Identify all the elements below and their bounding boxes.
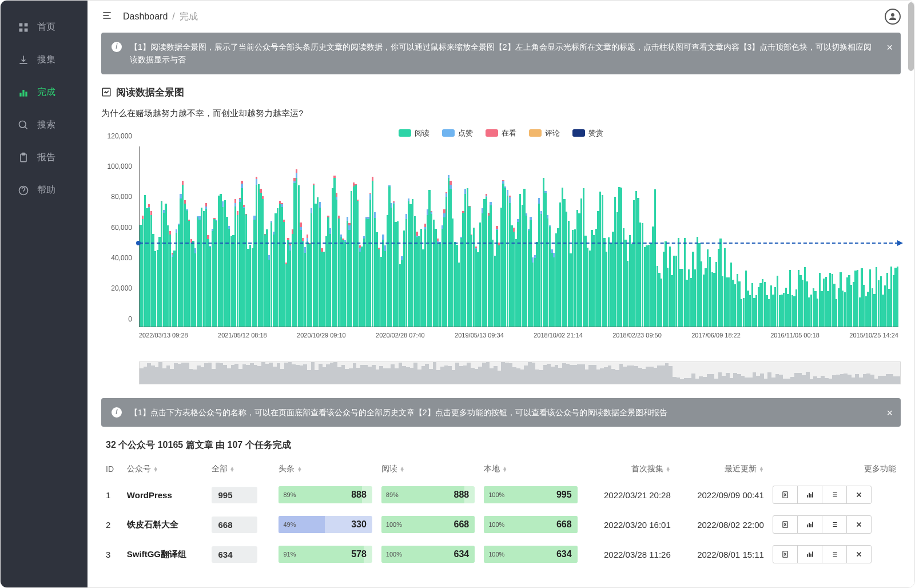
chart-plot[interactable] bbox=[139, 146, 898, 327]
menu-toggle-icon[interactable] bbox=[101, 10, 113, 24]
svg-rect-22 bbox=[810, 524, 811, 527]
col-headline[interactable]: 头条▲▼ bbox=[274, 458, 376, 480]
sidebar-item-report[interactable]: 报告 bbox=[1, 141, 87, 174]
sort-icon[interactable]: ▲▼ bbox=[230, 467, 235, 472]
table-title-text: 32 个公众号 10165 篇文章 由 107 个任务完成 bbox=[106, 439, 291, 451]
sort-icon[interactable]: ▲▼ bbox=[502, 467, 507, 472]
cell-account-name[interactable]: WordPress bbox=[122, 480, 207, 510]
col-local[interactable]: 本地▲▼ bbox=[479, 458, 582, 480]
cell-read: 89%888 bbox=[377, 480, 479, 510]
breadcrumb-root[interactable]: Dashboard bbox=[123, 11, 168, 22]
chart-legend: 阅读点赞在看评论赞赏 bbox=[101, 125, 901, 144]
col-last[interactable]: 最近更新▲▼ bbox=[675, 458, 769, 480]
info-icon: i bbox=[112, 42, 122, 52]
cell-last: 2022/09/09 00:41 bbox=[675, 480, 769, 510]
svg-rect-28 bbox=[812, 552, 813, 557]
cell-account-name[interactable]: SwiftGG翻译组 bbox=[122, 539, 207, 569]
col-more: 更多功能 bbox=[769, 458, 901, 480]
svg-rect-1 bbox=[25, 23, 28, 26]
sidebar-label: 搜集 bbox=[37, 54, 55, 66]
x-tick: 2016/11/05 00:18 bbox=[770, 332, 819, 339]
cell-headline: 49%330 bbox=[274, 510, 376, 539]
export-button[interactable] bbox=[773, 515, 798, 534]
help-icon bbox=[18, 185, 29, 196]
sidebar-item-done[interactable]: 完成 bbox=[1, 76, 87, 109]
y-axis: 020,00040,00060,00080,000100,000120,000 bbox=[101, 144, 136, 327]
chart-overview-zoom[interactable] bbox=[139, 361, 901, 384]
sort-icon[interactable]: ▲▼ bbox=[666, 467, 671, 472]
sidebar-item-home[interactable]: 首页 bbox=[1, 11, 87, 43]
sort-icon[interactable]: ▲▼ bbox=[759, 467, 764, 472]
sidebar-label: 报告 bbox=[37, 152, 55, 164]
sidebar-label: 首页 bbox=[37, 21, 55, 33]
chart-area[interactable]: 020,00040,00060,00080,000100,000120,000 … bbox=[101, 144, 901, 356]
svg-rect-26 bbox=[809, 553, 810, 557]
col-read[interactable]: 阅读▲▼ bbox=[377, 458, 479, 480]
chart-button[interactable] bbox=[797, 515, 822, 534]
legend-label: 阅读 bbox=[415, 128, 429, 138]
scrollbar[interactable] bbox=[908, 1, 914, 587]
legend-item[interactable]: 点赞 bbox=[442, 128, 473, 138]
col-first[interactable]: 首次搜集▲▼ bbox=[582, 458, 675, 480]
cell-all: 634 bbox=[207, 539, 274, 569]
svg-rect-9 bbox=[22, 153, 25, 154]
sort-icon[interactable]: ▲▼ bbox=[297, 467, 302, 472]
bars-icon bbox=[18, 87, 29, 98]
legend-item[interactable]: 在看 bbox=[486, 128, 516, 138]
sort-icon[interactable]: ▲▼ bbox=[153, 467, 158, 472]
sidebar-item-search[interactable]: 搜索 bbox=[1, 109, 87, 141]
list-button[interactable] bbox=[822, 545, 847, 563]
sidebar-label: 搜索 bbox=[37, 119, 55, 131]
svg-rect-0 bbox=[19, 23, 23, 26]
close-icon[interactable]: × bbox=[886, 405, 893, 422]
svg-rect-23 bbox=[812, 522, 813, 527]
alert-text: 【1】阅读数据全景图，展示了当前公众号全部头条历史文章的阅读数据，你可以通过鼠标… bbox=[130, 42, 872, 64]
cell-first: 2022/03/28 11:26 bbox=[582, 539, 675, 569]
svg-rect-18 bbox=[812, 492, 813, 498]
cell-actions bbox=[769, 480, 901, 510]
svg-rect-3 bbox=[25, 28, 28, 31]
cell-id: 3 bbox=[101, 539, 122, 569]
legend-item[interactable]: 评论 bbox=[529, 128, 560, 138]
sidebar-item-collect[interactable]: 搜集 bbox=[1, 43, 87, 76]
list-button[interactable] bbox=[822, 486, 847, 504]
sort-icon[interactable]: ▲▼ bbox=[400, 467, 405, 472]
download-icon bbox=[18, 54, 29, 66]
close-icon[interactable]: × bbox=[886, 39, 893, 56]
svg-rect-6 bbox=[25, 92, 27, 96]
breadcrumb-separator: / bbox=[172, 11, 174, 22]
cell-last: 2022/08/01 15:11 bbox=[675, 539, 769, 569]
delete-button[interactable] bbox=[846, 486, 872, 504]
table-title: 32 个公众号 10165 篇文章 由 107 个任务完成 bbox=[101, 432, 901, 458]
delete-button[interactable] bbox=[846, 545, 872, 563]
export-button[interactable] bbox=[773, 486, 798, 504]
cell-local: 100%668 bbox=[479, 510, 582, 539]
svg-point-7 bbox=[19, 121, 26, 128]
col-account[interactable]: 公众号▲▼ bbox=[122, 458, 207, 480]
user-avatar-icon[interactable] bbox=[885, 9, 901, 25]
list-button[interactable] bbox=[822, 515, 847, 534]
col-all[interactable]: 全部▲▼ bbox=[207, 458, 274, 480]
svg-rect-4 bbox=[19, 93, 21, 97]
legend-item[interactable]: 阅读 bbox=[399, 128, 429, 138]
export-button[interactable] bbox=[773, 545, 798, 563]
sidebar-item-help[interactable]: 帮助 bbox=[1, 174, 87, 206]
chart-bar[interactable] bbox=[897, 267, 898, 326]
info-alert-1: i 【1】阅读数据全景图，展示了当前公众号全部头条历史文章的阅读数据，你可以通过… bbox=[101, 33, 901, 74]
cell-read: 100%634 bbox=[377, 539, 479, 569]
topbar: Dashboard / 完成 bbox=[87, 1, 914, 33]
average-line bbox=[140, 243, 898, 244]
legend-item[interactable]: 赞赏 bbox=[572, 128, 603, 138]
chart-button[interactable] bbox=[797, 545, 822, 563]
svg-point-11 bbox=[891, 13, 894, 17]
cell-local: 100%634 bbox=[479, 539, 582, 569]
chart-button[interactable] bbox=[797, 486, 822, 504]
panel-title-text: 阅读数据全景图 bbox=[116, 86, 184, 99]
cell-first: 2022/03/20 16:01 bbox=[582, 510, 675, 539]
delete-button[interactable] bbox=[846, 515, 872, 534]
cell-account-name[interactable]: 铁皮石斛大全 bbox=[122, 510, 207, 539]
legend-swatch bbox=[486, 129, 498, 137]
cell-last: 2022/08/02 22:00 bbox=[675, 510, 769, 539]
svg-rect-17 bbox=[810, 494, 811, 498]
cell-read: 100%668 bbox=[377, 510, 479, 539]
